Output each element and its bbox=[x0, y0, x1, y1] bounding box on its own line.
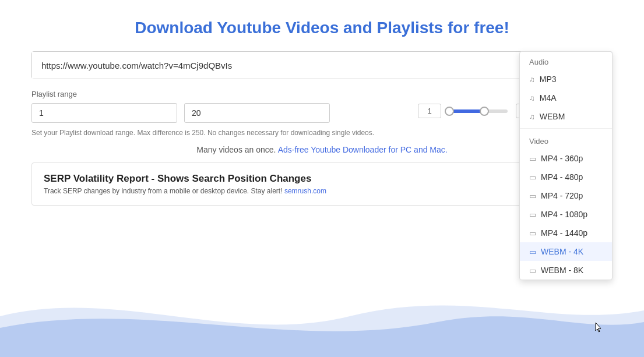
ad-description: Track SERP changes by industry from a mo… bbox=[44, 187, 326, 195]
wave-decoration bbox=[0, 281, 644, 357]
slider-min-label: 1 bbox=[418, 104, 441, 118]
dropdown-item-mp4-480p[interactable]: ▭ MP4 - 480p bbox=[520, 168, 612, 186]
audio-icon-mp3: ♫ bbox=[529, 75, 535, 84]
mp4-360p-label: MP4 - 360p bbox=[541, 154, 583, 163]
dropdown-item-m4a[interactable]: ♫ M4A bbox=[520, 89, 612, 107]
slider-thumb-left[interactable] bbox=[445, 107, 454, 116]
video-icon-4k: ▭ bbox=[529, 248, 536, 256]
video-icon-720p: ▭ bbox=[529, 192, 536, 200]
dropdown-panel: Audio ♫ MP3 ♫ M4A ♫ WEBM Video ▭ MP4 - 3… bbox=[519, 51, 613, 280]
video-icon-1080p: ▭ bbox=[529, 210, 536, 219]
webm-4k-label: WEBM - 4K bbox=[541, 247, 583, 256]
dropdown-item-mp4-1080p[interactable]: ▭ MP4 - 1080p bbox=[520, 205, 612, 224]
audio-section-header: Audio bbox=[520, 52, 612, 70]
dropdown-item-webm-audio[interactable]: ♫ WEBM bbox=[520, 107, 612, 126]
mp4-1440p-label: MP4 - 1440p bbox=[541, 228, 587, 238]
page-title: Download Youtube Videos and Playlists fo… bbox=[0, 0, 644, 51]
ad-link[interactable]: semrush.com bbox=[284, 187, 326, 195]
divider bbox=[520, 128, 612, 129]
dropdown-item-mp4-1440p[interactable]: ▭ MP4 - 1440p bbox=[520, 224, 612, 242]
playlist-start-input[interactable] bbox=[31, 103, 177, 123]
playlist-end-input[interactable] bbox=[184, 103, 330, 123]
slider-track[interactable] bbox=[449, 109, 508, 113]
mp4-480p-label: MP4 - 480p bbox=[541, 172, 583, 182]
video-icon-8k: ▭ bbox=[529, 266, 536, 275]
audio-icon-webm: ♫ bbox=[529, 112, 535, 121]
video-icon-360p: ▭ bbox=[529, 154, 536, 163]
webm-8k-label: WEBM - 8K bbox=[541, 266, 583, 275]
ad-content: SERP Volatility Report - Shows Search Po… bbox=[44, 173, 326, 195]
mp4-720p-label: MP4 - 720p bbox=[541, 191, 583, 200]
webm-audio-label: WEBM bbox=[540, 112, 565, 121]
video-section-header: Video bbox=[520, 131, 612, 149]
mp4-1080p-label: MP4 - 1080p bbox=[541, 210, 587, 219]
slider-thumb-right[interactable] bbox=[480, 107, 489, 116]
dropdown-item-mp4-720p[interactable]: ▭ MP4 - 720p bbox=[520, 186, 612, 205]
ad-description-text: Track SERP changes by industry from a mo… bbox=[44, 187, 283, 195]
slider-fill bbox=[449, 109, 484, 113]
promo-prefix: Many videos an once. bbox=[196, 145, 276, 154]
m4a-label: M4A bbox=[540, 93, 557, 102]
mp3-label: MP3 bbox=[540, 75, 557, 84]
video-icon-1440p: ▭ bbox=[529, 229, 536, 238]
dropdown-item-mp3[interactable]: ♫ MP3 bbox=[520, 70, 612, 89]
dropdown-item-webm-8k[interactable]: ▭ WEBM - 8K bbox=[520, 261, 612, 280]
dropdown-item-webm-4k[interactable]: ▭ WEBM - 4K bbox=[520, 242, 612, 261]
audio-icon-m4a: ♫ bbox=[529, 94, 535, 102]
promo-link[interactable]: Ads-free Youtube Downloader for PC and M… bbox=[278, 145, 448, 154]
ad-title: SERP Volatility Report - Shows Search Po… bbox=[44, 173, 326, 185]
url-input[interactable] bbox=[32, 52, 534, 79]
dropdown-item-mp4-360p[interactable]: ▭ MP4 - 360p bbox=[520, 149, 612, 168]
video-icon-480p: ▭ bbox=[529, 173, 536, 182]
